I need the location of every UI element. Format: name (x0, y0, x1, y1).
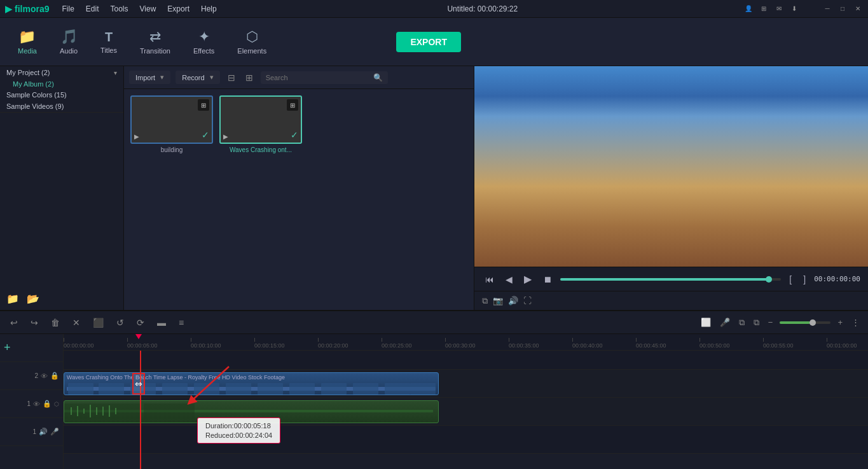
media-label: Media (18, 47, 37, 55)
grid-icon[interactable]: ⊞ (243, 70, 256, 85)
ruler-50: 00:00:50:00 (699, 338, 763, 349)
svg-rect-6 (226, 383, 251, 395)
transition-icon: ⇄ (149, 29, 161, 45)
media-toolbar: Import ▾ Record ▾ ⊟ ⊞ 🔍 (124, 66, 474, 89)
preview-panel: ⏮ ◀ ▶ ⏹ [ ] 00:00:00:00 ⧉ 📷 🔊 ⛶ (474, 66, 868, 310)
zoom-dot (809, 319, 816, 326)
preview-snapshot-icon[interactable]: 📷 (493, 296, 503, 306)
resize-cursor-icon: ⇔ (135, 379, 142, 389)
ruler-35: 00:00:35:00 (509, 338, 572, 349)
color-button[interactable]: ▬ (153, 316, 170, 330)
import-button[interactable]: Import ▾ (129, 71, 170, 84)
preview-left-controls: ⧉ 📷 🔊 ⛶ (482, 296, 532, 306)
rotate-left-button[interactable]: ↺ (113, 316, 128, 330)
toolbar-audio[interactable]: 🎵 Audio (48, 25, 89, 59)
svg-rect-8 (289, 383, 315, 395)
clip-info-tooltip: Duration:00:00:05:18 Reduced:00:00:24:04 (197, 417, 280, 444)
audio-1-mic-icon[interactable]: 🎤 (50, 428, 59, 436)
svg-rect-20 (96, 407, 97, 415)
store-icon[interactable]: ⊞ (759, 4, 769, 14)
search-box: 🔍 (261, 71, 388, 84)
track-1-lock-icon[interactable]: 🔒 (43, 400, 52, 408)
redo-button[interactable]: ↪ (27, 316, 42, 330)
menu-help[interactable]: Help (196, 3, 222, 15)
ruler-15: 00:00:15:00 (254, 338, 318, 349)
audio-1-speaker-icon[interactable]: 🔊 (39, 428, 48, 436)
plus-icon[interactable]: + (836, 316, 844, 329)
user-icon[interactable]: 👤 (743, 4, 754, 14)
more-icon[interactable]: ⋮ (850, 316, 862, 329)
delete-button[interactable]: 🗑 (47, 316, 64, 330)
add-track-button[interactable]: + (4, 341, 11, 354)
resize-handle[interactable]: ⇔ (132, 373, 145, 395)
search-input[interactable] (266, 74, 369, 81)
toolbar-elements[interactable]: ⬡ Elements (226, 25, 278, 59)
stop-button[interactable]: ⏹ (540, 272, 555, 286)
shield-icon[interactable]: ⬜ (699, 316, 713, 329)
svg-rect-22 (109, 405, 110, 417)
media-item-building[interactable]: ⊞ ▶ ✓ building (130, 95, 213, 153)
timeline-body: + 2 👁 🔒 1 👁 🔒 ⬡ 1 🔊 🎤 (0, 334, 868, 469)
equalizer-button[interactable]: ≡ (175, 316, 188, 330)
toolbar-titles[interactable]: T Titles (89, 26, 128, 58)
minimize-button[interactable]: ─ (822, 4, 832, 14)
toolbar-effects[interactable]: ✦ Effects (182, 25, 226, 59)
menu-file[interactable]: File (57, 3, 79, 15)
clip-waveform (67, 382, 436, 395)
toolbar-media[interactable]: 📁 Media (6, 25, 48, 59)
zoom-track[interactable] (780, 321, 830, 324)
duration-label: Duration:00:00:05:18 (205, 422, 272, 430)
toolbar-transition[interactable]: ⇄ Transition (128, 25, 182, 59)
media-item-waves[interactable]: ⊞ ▶ ✓ Waves Crashing ont... (219, 95, 302, 153)
play-button[interactable]: ▶ (521, 271, 535, 287)
menu-tools[interactable]: Tools (106, 3, 134, 15)
menu-edit[interactable]: Edit (81, 3, 104, 15)
mail-icon[interactable]: ✉ (774, 4, 784, 14)
new-folder-icon[interactable]: 📂 (27, 293, 39, 305)
minus-icon[interactable]: − (766, 316, 775, 329)
mic-icon[interactable]: 🎤 (718, 316, 732, 329)
remove-button[interactable]: ✕ (69, 316, 84, 330)
record-button[interactable]: Record ▾ (176, 71, 219, 84)
thumb-check-icon: ✓ (202, 130, 209, 140)
rotate-right-button[interactable]: ⟳ (133, 316, 148, 330)
video-clip-main[interactable]: Waves Crashing Onto The Beach Time Lapse… (64, 372, 439, 395)
elements-label: Elements (237, 47, 266, 55)
tracks-area: Waves Crashing Onto The Beach Time Lapse… (64, 351, 868, 469)
scrub-bar[interactable] (560, 278, 781, 281)
sample-colors-row[interactable]: Sample Colors (15) (0, 89, 123, 101)
crop-button[interactable]: ⬛ (89, 316, 107, 330)
audio-1-num: 1 (32, 428, 36, 435)
project-label: My Project (2) (6, 69, 50, 76)
pip-icon[interactable]: ⧉ (737, 316, 747, 330)
menu-export[interactable]: Export (162, 3, 195, 15)
track-2-eye-icon[interactable]: 👁 (41, 372, 48, 380)
skip-back-button[interactable]: ⏮ (482, 272, 497, 286)
export-button[interactable]: EXPORT (396, 32, 461, 52)
album-row[interactable]: My Album (2) (0, 79, 123, 89)
track-1-eye-icon[interactable]: 👁 (33, 400, 40, 408)
title-bar: Untitled: 00:00:29:22 (447, 4, 518, 13)
record-arrow-icon: ▾ (210, 73, 214, 81)
undo-button[interactable]: ↩ (6, 316, 22, 330)
menu-view[interactable]: View (135, 3, 162, 15)
close-button[interactable]: ✕ (853, 4, 863, 14)
preview-volume-icon[interactable]: 🔊 (508, 296, 518, 306)
play-back-button[interactable]: ◀ (502, 272, 516, 286)
panel-bottom: 📁 📂 (0, 112, 123, 310)
bracket-right-icon[interactable]: ] (800, 272, 809, 286)
audio-label: Audio (60, 47, 78, 55)
preview-fullscreen-icon[interactable]: ⛶ (523, 296, 532, 306)
add-folder-icon[interactable]: 📁 (6, 293, 19, 305)
project-row[interactable]: My Project (2) ▾ (0, 66, 123, 79)
detach-icon[interactable]: ⧉ (752, 316, 761, 330)
track-2-num: 2 (34, 372, 38, 379)
preview-pip-icon[interactable]: ⧉ (482, 296, 488, 306)
bracket-left-icon[interactable]: [ (786, 272, 795, 286)
maximize-button[interactable]: □ (837, 4, 848, 14)
preview-controls: ⏮ ◀ ▶ ⏹ [ ] 00:00:00:00 (474, 267, 868, 291)
download-icon[interactable]: ⬇ (789, 4, 799, 14)
filter-icon[interactable]: ⊟ (225, 70, 238, 85)
sample-videos-row[interactable]: Sample Videos (9) (0, 101, 123, 112)
track-2-lock-icon[interactable]: 🔒 (50, 372, 59, 380)
